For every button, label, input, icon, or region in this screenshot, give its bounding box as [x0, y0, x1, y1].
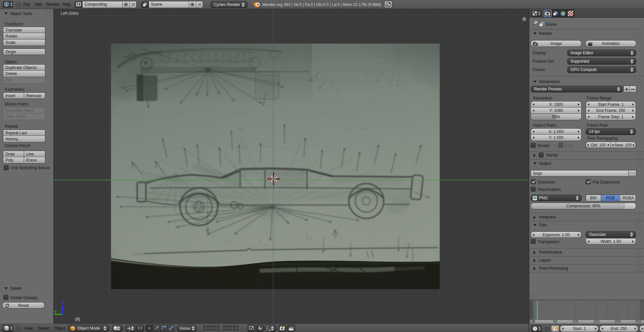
svg-text:z: z	[62, 300, 64, 305]
svg-text:i: i	[6, 3, 7, 6]
svg-text:Left Ortho: Left Ortho	[61, 11, 79, 16]
svg-text:(9): (9)	[75, 317, 80, 322]
svg-text:y: y	[54, 309, 57, 314]
